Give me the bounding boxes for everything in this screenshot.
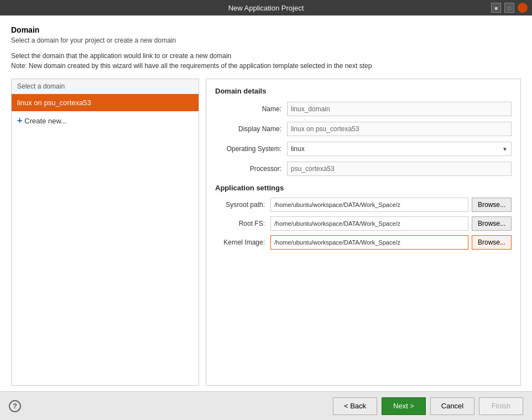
sysroot-path-row: Sysroot path: Browse... — [215, 198, 512, 212]
processor-input[interactable] — [287, 162, 512, 176]
next-button[interactable]: Next > — [382, 397, 426, 415]
dialog-subtitle: Select a domain for your project or crea… — [11, 37, 521, 44]
dialog-note: Note: New domain created by this wizard … — [11, 62, 521, 70]
name-input[interactable] — [287, 102, 512, 116]
bottom-buttons: < Back Next > Cancel Finish — [333, 397, 523, 415]
panels: Select a domain linux on psu_cortexa53 +… — [11, 79, 521, 386]
sysroot-path-label: Sysroot path: — [215, 201, 270, 209]
right-panel: Domain details Name: Display Name: Opera… — [206, 79, 521, 386]
kernel-image-row: Kernel Image: Browse... — [215, 235, 512, 250]
left-panel: Select a domain linux on psu_cortexa53 +… — [11, 79, 199, 386]
os-row: Operating System: linux ▼ — [215, 142, 512, 156]
name-label: Name: — [215, 105, 287, 113]
dialog-info: Select the domain that the application w… — [11, 52, 521, 60]
close-button[interactable] — [518, 3, 528, 13]
kernel-browse-button[interactable]: Browse... — [472, 235, 512, 250]
sysroot-browse-button[interactable]: Browse... — [472, 198, 512, 212]
processor-row: Processor: — [215, 162, 512, 176]
dialog-title: Domain — [11, 25, 521, 34]
processor-label: Processor: — [215, 165, 287, 173]
os-label: Operating System: — [215, 145, 287, 153]
window-controls[interactable]: ■ □ — [491, 3, 528, 13]
rootfs-label: Root FS: — [215, 220, 270, 227]
display-name-row: Display Name: — [215, 122, 512, 136]
domain-list-item-linux[interactable]: linux on psu_cortexa53 — [12, 94, 199, 111]
cancel-button[interactable]: Cancel — [430, 397, 474, 415]
os-select-wrapper: linux ▼ — [287, 142, 512, 156]
finish-button[interactable]: Finish — [479, 397, 523, 415]
sysroot-path-input[interactable] — [270, 198, 468, 212]
bottom-bar: ? < Back Next > Cancel Finish — [0, 391, 532, 420]
back-button[interactable]: < Back — [333, 397, 377, 415]
os-select[interactable]: linux — [288, 142, 511, 155]
dialog-header: Domain Select a domain for your project … — [11, 25, 521, 44]
minimize-button[interactable]: ■ — [491, 3, 501, 13]
domain-details-title: Domain details — [215, 87, 512, 95]
display-name-label: Display Name: — [215, 125, 287, 133]
app-settings-title: Application settings — [215, 184, 512, 192]
rootfs-row: Root FS: Browse... — [215, 216, 512, 231]
kernel-image-input[interactable] — [270, 235, 468, 250]
kernel-image-label: Kernel Image: — [215, 238, 270, 246]
titlebar: New Application Project ■ □ — [0, 0, 532, 15]
display-name-input[interactable] — [287, 122, 512, 136]
titlebar-title: New Application Project — [228, 4, 304, 12]
maximize-button[interactable]: □ — [504, 3, 514, 13]
plus-icon: + — [17, 116, 22, 126]
rootfs-input[interactable] — [270, 216, 468, 231]
help-button[interactable]: ? — [9, 400, 21, 412]
create-new-item[interactable]: + Create new... — [12, 111, 199, 130]
dialog-content: Domain Select a domain for your project … — [0, 15, 532, 391]
rootfs-browse-button[interactable]: Browse... — [472, 216, 512, 231]
left-panel-header: Select a domain — [12, 79, 199, 94]
name-row: Name: — [215, 102, 512, 116]
